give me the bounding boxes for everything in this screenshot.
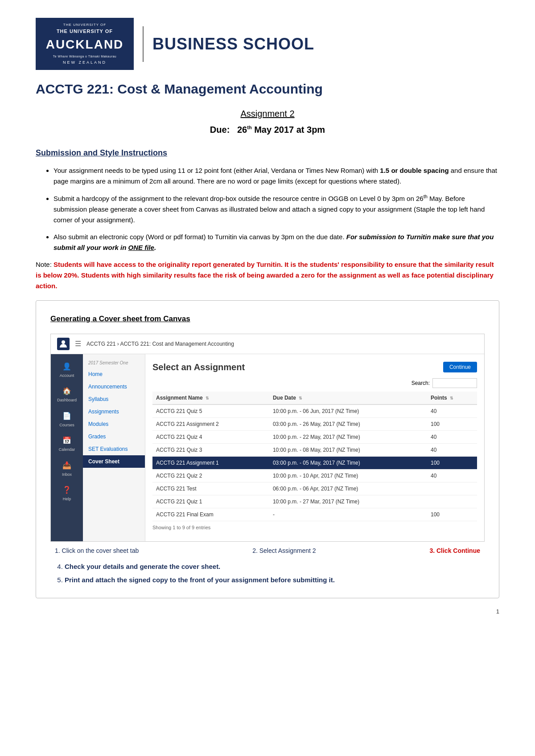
annotation-row: 1. Click on the cover sheet tab 2. Selec…	[50, 546, 485, 556]
table-cell-name: ACCTG 221 Quiz 3	[152, 443, 269, 456]
help-icon: ❓	[62, 485, 72, 495]
sidebar-item-inbox[interactable]: 📥 Inbox	[55, 458, 78, 481]
table-row[interactable]: ACCTG 221 Final Exam-100	[152, 508, 477, 521]
table-cell-points: 40	[427, 469, 477, 482]
page-number: 1	[36, 607, 499, 616]
col-points: Points ⇅	[427, 392, 477, 405]
nav-item-syllabus[interactable]: Syllabus	[83, 393, 145, 405]
continue-button[interactable]: Continue	[443, 362, 477, 372]
bullet-item-3: Also submit an electronic copy (Word or …	[54, 232, 499, 253]
table-cell-due: 10:00 p.m. - 06 Jun, 2017 (NZ Time)	[269, 405, 427, 418]
note-paragraph: Note: Students will have access to the o…	[36, 259, 499, 291]
account-icon: 👤	[62, 361, 72, 372]
step-5-text: Print and attach the signed copy to the …	[65, 576, 335, 584]
table-cell-points: 100	[427, 508, 477, 521]
table-cell-name: ACCTG 221 Quiz 5	[152, 405, 269, 418]
table-row[interactable]: ACCTG 221 Quiz 210:00 p.m. - 10 Apr, 201…	[152, 469, 477, 482]
step-5: Print and attach the signed copy to the …	[65, 575, 485, 585]
showing-entries: Showing 1 to 9 of 9 entries	[152, 524, 477, 531]
annotation-area: 1. Click on the cover sheet tab 2. Selec…	[50, 546, 485, 556]
table-row[interactable]: ACCTG 221 Quiz 310:00 p.m. - 08 May, 201…	[152, 443, 477, 456]
breadcrumb-link-1[interactable]: ACCTG 221	[86, 341, 115, 347]
table-cell-due: 10:00 p.m. - 08 May, 2017 (NZ Time)	[269, 443, 427, 456]
table-cell-name: ACCTG 221 Assignment 1	[152, 456, 269, 469]
canvas-search-row: Search:	[152, 378, 477, 388]
col-assignment-name: Assignment Name ⇅	[152, 392, 269, 405]
sort-icon-due: ⇅	[299, 396, 302, 400]
canvas-logo	[57, 338, 70, 350]
canvas-main-header: Select an Assignment Continue	[152, 360, 477, 374]
table-cell-due: 03:00 p.m. - 26 May, 2017 (NZ Time)	[269, 417, 427, 430]
table-cell-due: -	[269, 508, 427, 521]
breadcrumb: ACCTG 221 › ACCTG 221: Cost and Manageme…	[86, 340, 234, 348]
table-cell-name: ACCTG 221 Assignment 2	[152, 417, 269, 430]
breadcrumb-text: ACCTG 221: Cost and Management Accountin…	[120, 341, 234, 347]
annotation-1: 1. Click on the cover sheet tab	[55, 546, 139, 556]
sidebar-item-calendar[interactable]: 📅 Calendar	[55, 433, 78, 456]
table-cell-points: 100	[427, 417, 477, 430]
logo-top-text: THE UNIVERSITY OF	[63, 22, 106, 28]
nav-item-grades[interactable]: Grades	[83, 430, 145, 443]
nav-item-announcements[interactable]: Announcements	[83, 380, 145, 393]
canvas-topbar: ☰ ACCTG 221 › ACCTG 221: Cost and Manage…	[51, 334, 484, 354]
table-cell-points	[427, 495, 477, 508]
table-row[interactable]: ACCTG 221 Assignment 103:00 p.m. - 05 Ma…	[152, 456, 477, 469]
canvas-section-title: Generating a Cover sheet from Canvas	[50, 313, 485, 325]
table-cell-due: 10:00 p.m. - 22 May, 2017 (NZ Time)	[269, 430, 427, 443]
nav-item-modules[interactable]: Modules	[83, 418, 145, 430]
table-cell-points	[427, 482, 477, 495]
nav-item-assignments[interactable]: Assignments	[83, 405, 145, 418]
bullet-item-1: Your assignment needs to be typed using …	[54, 165, 499, 187]
due-label: Due:	[210, 125, 230, 135]
menu-icon: ☰	[75, 339, 81, 349]
table-row[interactable]: ACCTG 221 Quiz 510:00 p.m. - 06 Jun, 201…	[152, 405, 477, 418]
table-cell-points: 40	[427, 443, 477, 456]
table-row[interactable]: ACCTG 221 Quiz 110:00 p.m. - 27 Mar, 201…	[152, 495, 477, 508]
submission-bullet-list: Your assignment needs to be typed using …	[54, 165, 499, 253]
table-cell-points: 100	[427, 456, 477, 469]
table-cell-name: ACCTG 221 Test	[152, 482, 269, 495]
note-red-text: Students will have access to the origina…	[36, 261, 494, 290]
canvas-main-title: Select an Assignment	[152, 360, 245, 374]
canvas-ui-mockup: ☰ ACCTG 221 › ACCTG 221: Cost and Manage…	[50, 334, 485, 542]
sort-icon-points: ⇅	[450, 396, 453, 400]
nav-item-cover-sheet[interactable]: Cover Sheet	[83, 455, 145, 468]
sidebar-label-calendar: Calendar	[59, 447, 75, 453]
sidebar-item-help[interactable]: ❓ Help	[55, 482, 78, 505]
search-label: Search:	[412, 379, 430, 387]
table-cell-due: 10:00 p.m. - 27 Mar, 2017 (NZ Time)	[269, 495, 427, 508]
table-cell-name: ACCTG 221 Final Exam	[152, 508, 269, 521]
search-input[interactable]	[432, 378, 477, 388]
table-cell-due: 10:00 p.m. - 10 Apr, 2017 (NZ Time)	[269, 469, 427, 482]
table-row[interactable]: ACCTG 221 Test06:00 p.m. - 06 Apr, 2017 …	[152, 482, 477, 495]
table-cell-points: 40	[427, 405, 477, 418]
business-school-label: BUSINESS SCHOOL	[152, 32, 314, 56]
table-cell-name: ACCTG 221 Quiz 2	[152, 469, 269, 482]
header-divider	[143, 26, 144, 62]
sidebar-label-account: Account	[60, 373, 74, 379]
sidebar-label-dashboard: Dashboard	[57, 397, 77, 404]
nav-item-home[interactable]: Home	[83, 368, 145, 380]
logo-area: THE UNIVERSITY OF THE UNIVERSITY OF AUCK…	[36, 18, 314, 70]
courses-icon: 📄	[62, 411, 72, 421]
table-cell-points: 40	[427, 430, 477, 443]
canvas-nav: 2017 Semester One Home Announcements Syl…	[83, 354, 145, 541]
table-cell-due: 06:00 p.m. - 06 Apr, 2017 (NZ Time)	[269, 482, 427, 495]
note-prefix: Note:	[36, 261, 54, 268]
annotation-2: 2. Select Assignment 2	[252, 546, 316, 556]
annotation-3: 3. Click Continue	[429, 546, 480, 556]
due-date-number: 26	[237, 125, 247, 135]
step-4-text: Check your details and generate the cove…	[65, 563, 220, 570]
canvas-sidebar: 👤 Account 🏠 Dashboard 📄 Courses 📅 Calend…	[51, 354, 83, 541]
sidebar-item-courses[interactable]: 📄 Courses	[55, 408, 78, 431]
table-row[interactable]: ACCTG 221 Assignment 203:00 p.m. - 26 Ma…	[152, 417, 477, 430]
nav-item-set-evaluations[interactable]: SET Evaluations	[83, 443, 145, 455]
table-cell-name: ACCTG 221 Quiz 4	[152, 430, 269, 443]
table-row[interactable]: ACCTG 221 Quiz 410:00 p.m. - 22 May, 201…	[152, 430, 477, 443]
assignments-table: Assignment Name ⇅ Due Date ⇅ Points ⇅ AC…	[152, 392, 477, 521]
assignment-title: Assignment 2	[36, 107, 499, 120]
sidebar-item-dashboard[interactable]: 🏠 Dashboard	[55, 383, 78, 406]
logo-nz: NEW ZEALAND	[63, 60, 107, 66]
svg-point-0	[62, 340, 65, 344]
sidebar-item-account[interactable]: 👤 Account	[55, 359, 78, 382]
